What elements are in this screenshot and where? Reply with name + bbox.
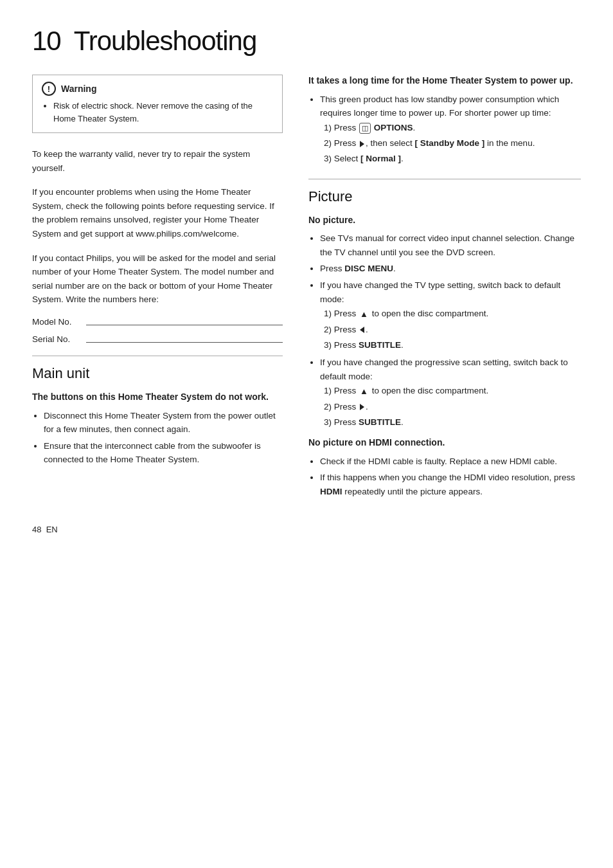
list-item: Check if the HDMI cable is faulty. Repla…	[320, 455, 581, 469]
step2: 2) Press , then select [ Standby Mode ] …	[324, 136, 581, 151]
warning-icon: !	[42, 82, 56, 96]
hdmi-heading: No picture on HDMI connection.	[308, 437, 581, 449]
powerup-steps: 1) Press ◫ OPTIONS. 2) Press , then sele…	[324, 120, 581, 167]
list-item: If you have changed the TV type setting,…	[320, 278, 581, 353]
picture-heading: Picture	[308, 188, 581, 205]
list-item: If you have changed the progressive scan…	[320, 356, 581, 430]
left-divider	[32, 356, 283, 356]
eject-icon2: ▲	[360, 384, 368, 399]
para3: If you contact Philips, you will be aske…	[32, 251, 283, 307]
hdmi-list: Check if the HDMI cable is faulty. Repla…	[320, 455, 581, 499]
page-number: 48 EN	[32, 525, 581, 534]
progressive-steps: 1) Press ▲ to open the disc compartment.…	[324, 383, 581, 430]
list-item: See TVs manual for correct video input c…	[320, 231, 581, 259]
no-picture-heading: No picture.	[308, 214, 581, 227]
para2: If you encounter problems when using the…	[32, 185, 283, 240]
warning-item: Risk of electric shock. Never remove the…	[53, 100, 273, 125]
warning-title: ! Warning	[42, 82, 273, 96]
list-item: Ensure that the interconnect cable from …	[44, 439, 283, 467]
step1: 1) Press ◫ OPTIONS.	[324, 120, 581, 136]
no-picture-list: See TVs manual for correct video input c…	[320, 231, 581, 430]
list-item: Disconnect this Home Theater System from…	[44, 409, 283, 437]
buttons-not-work-heading: The buttons on this Home Theater System …	[32, 391, 283, 404]
main-unit-heading: Main unit	[32, 365, 283, 382]
list-item: Press DISC MENU.	[320, 262, 581, 276]
buttons-not-work-list: Disconnect this Home Theater System from…	[44, 409, 283, 467]
options-icon: ◫	[359, 123, 371, 134]
list-item: If this happens when you change the HDMI…	[320, 471, 581, 498]
eject-icon: ▲	[360, 307, 368, 321]
page-title: 10 Troubleshooting	[32, 26, 581, 57]
powerup-intro-list: This green product has low standby power…	[320, 93, 581, 167]
powerup-heading: It takes a long time for the Home Theate…	[308, 75, 581, 87]
model-no-field: Model No.	[32, 317, 283, 327]
warning-list: Risk of electric shock. Never remove the…	[53, 100, 273, 125]
arrow-left-icon	[360, 327, 364, 333]
serial-no-field: Serial No.	[32, 334, 283, 344]
step3: 3) Select [ Normal ].	[324, 151, 581, 167]
warning-box: ! Warning Risk of electric shock. Never …	[32, 75, 283, 133]
powerup-section: It takes a long time for the Home Theate…	[308, 75, 581, 167]
tv-type-steps: 1) Press ▲ to open the disc compartment.…	[324, 306, 581, 353]
powerup-intro-item: This green product has low standby power…	[320, 93, 581, 167]
arrow-right-icon	[360, 141, 364, 147]
right-divider	[308, 179, 581, 179]
para1: To keep the warranty valid, never try to…	[32, 147, 283, 175]
arrow-right-icon2	[360, 404, 364, 410]
